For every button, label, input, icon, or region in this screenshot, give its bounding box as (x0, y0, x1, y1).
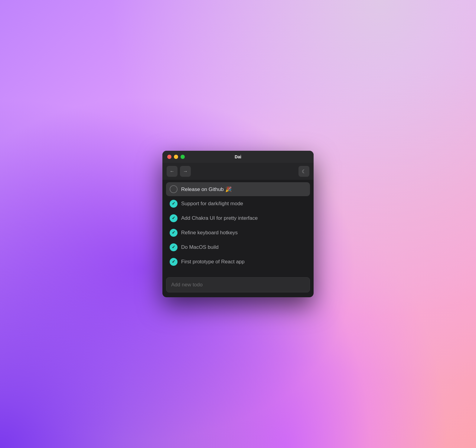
checkbox-checked[interactable]: ✓ (170, 214, 178, 222)
checkbox-unchecked[interactable] (170, 185, 178, 193)
forward-button[interactable]: → (180, 166, 191, 177)
window-title: Dai (235, 154, 241, 159)
list-item[interactable]: ✓ First prototype of React app (166, 255, 310, 269)
list-item[interactable]: Release on Github 🎉 (166, 182, 310, 196)
checkbox-checked[interactable]: ✓ (170, 258, 178, 266)
todo-text: Refine keyboard hotkeys (181, 230, 238, 236)
todo-text: Add Chakra UI for pretty interface (181, 215, 258, 221)
checkbox-checked[interactable]: ✓ (170, 200, 178, 208)
checkbox-checked[interactable]: ✓ (170, 229, 178, 237)
add-todo-input[interactable] (166, 277, 310, 292)
traffic-lights (167, 155, 185, 159)
app-window: Dai ← → ☾ Release on Github 🎉 ✓ Support … (162, 151, 314, 297)
list-item[interactable]: ✓ Refine keyboard hotkeys (166, 226, 310, 240)
close-button[interactable] (167, 155, 171, 159)
titlebar: Dai (162, 151, 314, 163)
list-item[interactable]: ✓ Do MacOS build (166, 240, 310, 254)
check-icon: ✓ (172, 216, 175, 220)
add-todo-container (162, 274, 314, 297)
todo-text: Release on Github 🎉 (181, 186, 232, 193)
list-item[interactable]: ✓ Add Chakra UI for pretty interface (166, 211, 310, 225)
check-icon: ✓ (172, 202, 175, 206)
todo-list: Release on Github 🎉 ✓ Support for dark/l… (162, 180, 314, 271)
list-item[interactable]: ✓ Support for dark/light mode (166, 197, 310, 211)
todo-text: Support for dark/light mode (181, 201, 243, 207)
todo-text: Do MacOS build (181, 244, 219, 250)
maximize-button[interactable] (181, 155, 185, 159)
check-icon: ✓ (172, 245, 175, 249)
toolbar: ← → ☾ (162, 163, 314, 180)
back-button[interactable]: ← (167, 166, 178, 177)
checkbox-checked[interactable]: ✓ (170, 243, 178, 251)
todo-text: First prototype of React app (181, 259, 245, 265)
check-icon: ✓ (172, 260, 175, 264)
dark-mode-button[interactable]: ☾ (298, 166, 309, 177)
check-icon: ✓ (172, 231, 175, 235)
minimize-button[interactable] (174, 155, 178, 159)
